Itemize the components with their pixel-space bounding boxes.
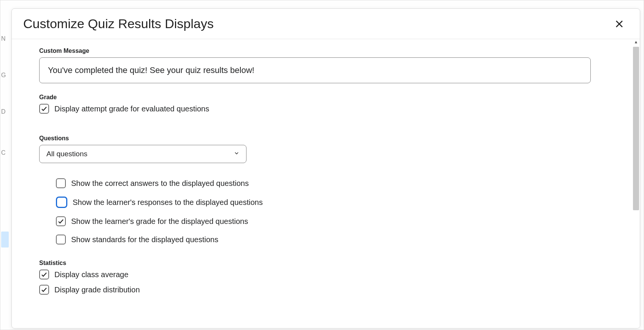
grade-distribution-checkbox[interactable]: [39, 285, 49, 295]
scrollbar-thumb[interactable]: [633, 47, 639, 210]
show-learner-responses-checkbox[interactable]: [56, 197, 67, 208]
class-average-row: Display class average: [39, 270, 617, 279]
statistics-group: Statistics Display class average Display…: [39, 260, 617, 295]
show-learner-grade-label: Show the learner's grade for the display…: [71, 217, 248, 226]
bg-letter: N: [1, 35, 6, 42]
questions-label: Questions: [39, 135, 617, 142]
grade-distribution-row: Display grade distribution: [39, 285, 617, 295]
background-selected-row: [1, 232, 9, 248]
custom-message-input[interactable]: [39, 57, 591, 83]
close-button[interactable]: [612, 17, 626, 31]
bg-letter: C: [1, 149, 6, 156]
close-icon: [615, 19, 624, 29]
show-standards-row: Show standards for the displayed questio…: [56, 235, 617, 244]
questions-options-list: Show the correct answers to the displaye…: [39, 178, 617, 244]
bg-letter: D: [1, 108, 6, 115]
show-learner-grade-row: Show the learner's grade for the display…: [56, 216, 617, 226]
grade-distribution-label: Display grade distribution: [54, 286, 140, 294]
custom-message-label: Custom Message: [39, 48, 617, 54]
grade-label: Grade: [39, 94, 617, 101]
dialog-body-wrap: Custom Message Grade Display attempt gra…: [12, 39, 640, 328]
show-correct-answers-checkbox[interactable]: [56, 178, 66, 188]
display-attempt-grade-label: Display attempt grade for evaluated ques…: [54, 105, 209, 113]
show-learner-grade-checkbox[interactable]: [56, 216, 66, 226]
check-icon: [41, 271, 48, 278]
check-icon: [41, 286, 48, 293]
display-attempt-grade-row: Display attempt grade for evaluated ques…: [39, 104, 617, 114]
questions-select[interactable]: All questions: [39, 145, 246, 163]
customize-quiz-results-dialog: Customize Quiz Results Displays Custom M…: [11, 8, 640, 328]
show-correct-answers-label: Show the correct answers to the displaye…: [71, 179, 249, 188]
dialog-body: Custom Message Grade Display attempt gra…: [12, 39, 640, 328]
scrollbar-up-arrow-icon[interactable]: ▲: [632, 40, 640, 44]
questions-group: Questions All questions Show the: [39, 135, 617, 244]
class-average-checkbox[interactable]: [39, 270, 49, 279]
custom-message-group: Custom Message: [39, 48, 617, 83]
scrollbar[interactable]: ▲: [632, 39, 640, 328]
dialog-title: Customize Quiz Results Displays: [23, 16, 214, 31]
grade-group: Grade Display attempt grade for evaluate…: [39, 94, 617, 114]
class-average-label: Display class average: [54, 270, 129, 279]
dialog-header: Customize Quiz Results Displays: [12, 9, 640, 39]
bg-letter: G: [1, 72, 6, 79]
statistics-label: Statistics: [39, 260, 617, 267]
background-side-letters: N G D C: [1, 35, 6, 186]
show-correct-answers-row: Show the correct answers to the displaye…: [56, 178, 617, 188]
show-standards-label: Show standards for the displayed questio…: [71, 235, 218, 244]
show-learner-responses-row: Show the learner's responses to the disp…: [56, 197, 617, 208]
chevron-down-icon: [234, 150, 240, 158]
questions-select-wrap: All questions: [39, 145, 246, 163]
show-standards-checkbox[interactable]: [56, 235, 66, 244]
questions-select-value: All questions: [46, 150, 87, 158]
check-icon: [57, 218, 64, 225]
display-attempt-grade-checkbox[interactable]: [39, 104, 49, 114]
check-icon: [41, 105, 48, 112]
show-learner-responses-label: Show the learner's responses to the disp…: [73, 198, 263, 207]
